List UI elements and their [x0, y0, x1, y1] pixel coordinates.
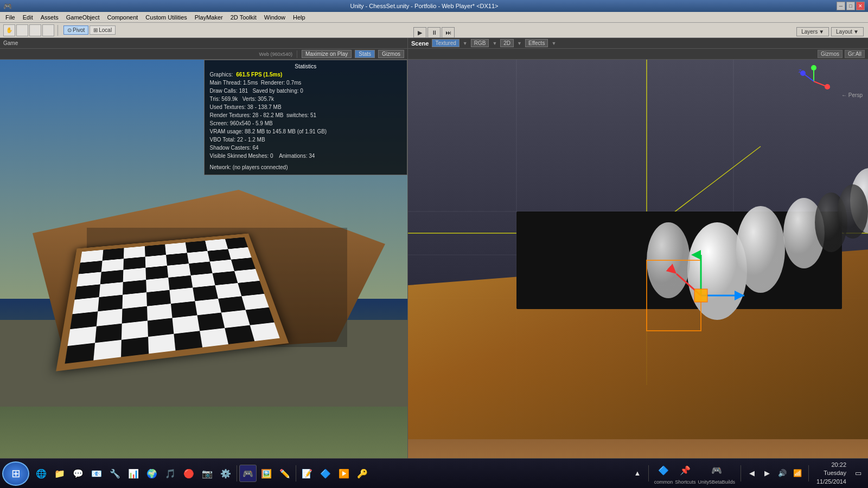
- menu-help[interactable]: Help: [290, 13, 309, 22]
- svg-point-17: [736, 206, 785, 293]
- stats-line-6: Screen: 960x540 - 5.9 MB: [210, 119, 402, 127]
- scene-viewport[interactable]: X Y Z ← Persp: [408, 60, 868, 458]
- taskbar-labels-group: 🔷 common 📌 Shortcuts 🎮 Unity5BetaBuilds: [654, 461, 735, 485]
- chevron-down-icon: ▼: [819, 29, 824, 35]
- menu-component[interactable]: Component: [104, 13, 141, 22]
- game-panel-header: Game: [0, 38, 407, 49]
- taskbar-icon-9[interactable]: ⚙️: [217, 465, 234, 482]
- day-display: 11/25/2014: [816, 478, 846, 486]
- taskbar-icon-8[interactable]: 📷: [199, 465, 216, 482]
- taskbar-icon-ps[interactable]: 🖼️: [258, 465, 275, 482]
- maximize-button[interactable]: □: [846, 2, 855, 10]
- menu-custom-utilities[interactable]: Custom Utilities: [142, 13, 190, 22]
- stats-line-5: Render Textures: 28 - 82.2 MB switches: …: [210, 111, 402, 119]
- taskbar-right: ▲ 🔷 common 📌 Shortcuts 🎮 Unity5BetaBuild…: [632, 460, 866, 487]
- taskbar-icon-ie[interactable]: 🌐: [33, 465, 50, 482]
- stats-button[interactable]: Stats: [355, 50, 375, 58]
- resolution-label: Web (960x540): [259, 52, 292, 57]
- scene-svg: [408, 60, 868, 458]
- shortcuts-label: Shortcuts: [675, 479, 695, 485]
- taskbar-icon-misc3[interactable]: ▶️: [335, 465, 353, 482]
- taskbar-icon-unity[interactable]: 🎮: [239, 465, 257, 482]
- game-panel: Game Web (960x540) Maximize on Play Stat…: [0, 38, 408, 458]
- pivot-local-group: ⊙ Pivot ⊞ Local: [63, 25, 116, 35]
- window-controls: ─ □ ✕: [837, 2, 865, 10]
- taskbar-icon-1[interactable]: 💬: [69, 465, 87, 482]
- unity5-group[interactable]: 🎮 Unity5BetaBuilds: [698, 461, 735, 485]
- network-icon[interactable]: 📶: [792, 468, 803, 479]
- hand-tool[interactable]: ✋: [3, 24, 15, 36]
- separator: [297, 50, 297, 58]
- tray-sep2: [741, 465, 741, 481]
- svg-text:Z: Z: [799, 68, 802, 74]
- taskbar-sep-1: [237, 465, 237, 481]
- menu-window[interactable]: Window: [261, 13, 289, 22]
- local-icon: ⊞: [93, 27, 98, 33]
- volume-icon[interactable]: 🔊: [777, 468, 788, 479]
- taskbar-icon-misc1[interactable]: 📝: [298, 465, 316, 482]
- show-hidden-icons[interactable]: ▲: [632, 468, 643, 479]
- scene-tab[interactable]: Scene: [411, 40, 429, 47]
- taskbar-icon-4[interactable]: 📊: [125, 465, 142, 482]
- play-button[interactable]: ▶: [413, 27, 426, 38]
- stats-line-10: Visible Skinned Meshes: 0 Animations: 34: [210, 152, 402, 160]
- taskbar-icon-6[interactable]: 🎵: [162, 465, 179, 482]
- time-display: 20:22: [816, 461, 846, 469]
- unity5-icon[interactable]: 🎮: [708, 461, 725, 479]
- taskbar-icon-ai[interactable]: ✏️: [276, 465, 293, 482]
- menu-file[interactable]: File: [2, 13, 18, 22]
- gr-all-button[interactable]: Gr:All: [845, 50, 865, 58]
- gizmos-button[interactable]: Gizmos: [378, 50, 404, 58]
- chess-game-background: Statistics Graphics: 661.5 FPS (1.5ms) M…: [0, 60, 407, 458]
- common-group[interactable]: 🔷 common: [654, 461, 673, 485]
- tray-next-btn[interactable]: ▶: [762, 468, 773, 479]
- menu-gameobject[interactable]: GameObject: [63, 13, 103, 22]
- pivot-button[interactable]: ⊙ Pivot: [63, 25, 88, 35]
- start-button[interactable]: ⊞: [2, 461, 29, 486]
- close-button[interactable]: ✕: [856, 2, 865, 10]
- system-clock[interactable]: 20:22 Tuesday 11/25/2014: [814, 460, 848, 487]
- layout-dropdown[interactable]: Layout ▼: [831, 27, 864, 36]
- local-button[interactable]: ⊞ Local: [90, 25, 116, 35]
- tray-prev-btn[interactable]: ◀: [746, 468, 757, 479]
- maximize-on-play-button[interactable]: Maximize on Play: [302, 50, 352, 58]
- taskbar-icon-5[interactable]: 🌍: [143, 465, 161, 482]
- scale-tool[interactable]: ⤡: [42, 24, 54, 36]
- taskbar-icon-2[interactable]: 📧: [88, 465, 105, 482]
- taskbar-icon-explorer[interactable]: 📁: [51, 465, 68, 482]
- transform-tools: ✋ ✛ ↻ ⤡: [3, 24, 54, 36]
- taskbar-icon-3[interactable]: 🔧: [106, 465, 124, 482]
- rotate-tool[interactable]: ↻: [29, 24, 41, 36]
- tray-sep: [648, 465, 649, 481]
- persp-label: ← Persp: [841, 92, 863, 98]
- effects-button[interactable]: Effects: [525, 39, 548, 47]
- game-tab[interactable]: Game: [3, 40, 18, 46]
- unity5-label: Unity5BetaBuilds: [698, 479, 735, 485]
- rgb-button[interactable]: RGB: [471, 39, 489, 47]
- shortcuts-icon[interactable]: 📌: [676, 461, 694, 479]
- menu-edit[interactable]: Edit: [20, 13, 36, 22]
- 2d-button[interactable]: 2D: [500, 39, 514, 47]
- taskbar-icon-misc2[interactable]: 🔷: [317, 465, 334, 482]
- textured-button[interactable]: Textured: [432, 39, 459, 47]
- layers-dropdown[interactable]: Layers ▼: [796, 27, 829, 36]
- stats-line-7: VRAM usage: 88.2 MB to 145.8 MB (of 1.91…: [210, 127, 402, 136]
- taskbar-icon-7[interactable]: 🔴: [180, 465, 197, 482]
- notification-button[interactable]: ▭: [853, 468, 864, 479]
- menu-assets[interactable]: Assets: [37, 13, 62, 22]
- minimize-button[interactable]: ─: [837, 2, 845, 10]
- graphics-row: Graphics: 661.5 FPS (1.5ms): [210, 72, 402, 78]
- menu-2d-toolkit[interactable]: 2D Toolkit: [227, 13, 260, 22]
- shortcuts-group[interactable]: 📌 Shortcuts: [675, 461, 695, 485]
- common-icon[interactable]: 🔷: [655, 461, 672, 479]
- gizmos-scene-button[interactable]: Gizmos: [818, 50, 843, 58]
- step-button[interactable]: ⏭: [442, 27, 455, 38]
- game-viewport: Statistics Graphics: 661.5 FPS (1.5ms) M…: [0, 60, 407, 458]
- stats-line-2: Draw Calls: 181 Saved by batching: 0: [210, 87, 402, 95]
- menu-playmaker[interactable]: PlayMaker: [192, 13, 226, 22]
- move-tool[interactable]: ✛: [16, 24, 28, 36]
- pause-button[interactable]: ⏸: [427, 27, 441, 38]
- svg-text:Y: Y: [812, 65, 815, 67]
- taskbar-icon-misc4[interactable]: 🔑: [354, 465, 371, 482]
- main-area: Game Web (960x540) Maximize on Play Stat…: [0, 38, 868, 458]
